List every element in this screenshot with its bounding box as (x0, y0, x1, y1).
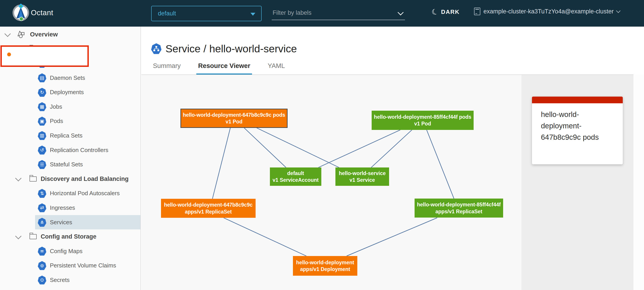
chevron-down-icon[interactable] (15, 233, 22, 239)
page-title-text: Service / hello-world-service (166, 42, 297, 55)
sidebar-item-label: Persistent Volume Claims (50, 262, 116, 269)
sidebar-item-horizontal-pod-autoscalers[interactable]: ⇅Horizontal Pod Autoscalers (35, 186, 140, 201)
minimap-card-title: hello-world-deployment-647b8c9c9c pods (532, 103, 623, 143)
sidebar-item-label: Replication Controllers (50, 147, 108, 154)
page-title: Service / hello-world-service (151, 42, 297, 55)
graph-node-deployment-hello-world[interactable]: hello-world-deploymentapps/v1 Deployment (293, 256, 357, 276)
graph-node-replicaset-647b8c9c9c[interactable]: hello-world-deployment-647b8c9c9capps/v1… (161, 199, 256, 218)
status-dot-icon (7, 52, 11, 56)
node-label-line: v1 Pod (226, 118, 242, 125)
sidebar-item-deployments[interactable]: ↻Deployments (35, 85, 140, 100)
replica-sets-icon: ▥ (38, 131, 46, 140)
cluster-context-dropdown[interactable]: example-cluster-ka3TuTzYo4a@example-clus… (474, 8, 620, 15)
sidebar-item-label: Overview (30, 31, 58, 38)
sidebar-item-pods[interactable]: ▣Pods (35, 114, 140, 128)
sidebar-item-daemon-sets[interactable]: ▤Daemon Sets (35, 71, 140, 85)
label-filter-input[interactable]: Filter by labels (272, 9, 405, 20)
node-label-line: v1 Pod (414, 120, 431, 127)
services-icon: ⋔ (38, 218, 46, 227)
deployments-icon: ↻ (38, 88, 46, 97)
node-label-line: hello-world-deployment-85ff4cf44f pods (374, 114, 471, 120)
minimap-card-header (532, 96, 623, 103)
sidebar-item-persistent-volume-claims[interactable]: ⊜Persistent Volume Claims (35, 258, 140, 273)
sidebar-item-label: Config and Storage (41, 233, 96, 240)
octant-logo-icon (12, 4, 29, 21)
node-label-line: hello-world-deployment-85ff4cf44f (417, 201, 501, 208)
cluster-icon (474, 8, 480, 15)
node-label-line: v1 Service (350, 177, 375, 183)
graph-node-pod-85ff4cf44f[interactable]: hello-world-deployment-85ff4cf44f podsv1… (372, 111, 474, 130)
namespace-selected-value: default (158, 10, 176, 17)
sidebar-item-label: Daemon Sets (50, 74, 85, 82)
jobs-icon: ▦ (38, 102, 46, 111)
replication-controllers-icon: ↺ (38, 146, 46, 154)
sidebar-item-replica-sets[interactable]: ▥Replica Sets (35, 128, 140, 143)
node-label-line: v1 ServiceAccount (272, 177, 319, 183)
horizontal-pod-autoscalers-icon: ⇅ (38, 189, 46, 198)
chevron-down-icon (616, 8, 620, 13)
tab-resource-viewer[interactable]: Resource Viewer (196, 62, 252, 75)
persistent-volume-claims-icon: ⊜ (38, 261, 46, 270)
label-filter-placeholder: Filter by labels (272, 10, 312, 16)
folder-icon (30, 176, 37, 182)
graph-node-replicaset-85ff4cf44f[interactable]: hello-world-deployment-85ff4cf44fapps/v1… (414, 198, 503, 218)
node-label-line: apps/v1 ReplicaSet (435, 208, 482, 215)
sidebar-item-services[interactable]: ⋔Services (35, 215, 140, 230)
dark-toggle-label: DARK (441, 8, 460, 16)
folder-icon (30, 234, 37, 239)
service-icon (151, 44, 162, 54)
secrets-icon: ⊙ (38, 276, 46, 284)
sidebar-item-label: Replica Sets (50, 132, 82, 139)
sidebar-item-ingresses[interactable]: ⇄Ingresses (35, 200, 140, 215)
sidebar-item-label: Horizontal Pod Autoscalers (50, 190, 120, 197)
sidebar-item-discovery-and-load-balancing[interactable]: Discovery and Load Balancing (0, 172, 140, 186)
sidebar-item-secrets[interactable]: ⊙Secrets (35, 273, 140, 287)
graph-node-pod-647b8c9c9c[interactable]: hello-world-deployment-647b8c9c9c podsv1… (180, 109, 288, 128)
sidebar-item-overview[interactable]: Overview (0, 27, 140, 42)
sidebar-item-label: Pods (50, 118, 63, 124)
sidebar-item-label: Stateful Sets (50, 161, 83, 168)
app-title: Octant (31, 8, 53, 17)
daemon-sets-icon: ▤ (38, 73, 46, 82)
input-underline (272, 20, 405, 20)
tab-yaml[interactable]: YAML (266, 62, 287, 75)
node-label-line: hello-world-deployment-647b8c9c9c (164, 202, 252, 208)
tab-summary[interactable]: Summary (151, 62, 182, 75)
sidebar-item-label: Discovery and Load Balancing (41, 176, 128, 182)
sidebar-item-label: Jobs (50, 103, 62, 110)
top-header: Octant default Filter by labels ☾ DARK e… (0, 0, 644, 26)
node-label-line: hello-world-deployment (296, 259, 354, 266)
ingresses-icon: ⇄ (38, 203, 46, 212)
config-maps-icon: ≡ (38, 246, 46, 256)
pods-icon: ▣ (38, 117, 46, 126)
sidebar-item-label: Config Maps (50, 248, 82, 255)
node-label-line: default (287, 170, 304, 177)
sidebar-item-stateful-sets[interactable]: ☰Stateful Sets (35, 157, 140, 172)
node-label-line: apps/v1 ReplicaSet (185, 208, 232, 215)
sidebar-item-jobs[interactable]: ▦Jobs (35, 100, 140, 114)
chevron-down-icon[interactable] (15, 175, 22, 181)
graph-node-serviceaccount-default[interactable]: defaultv1 ServiceAccount (270, 168, 321, 186)
sidebar-item-config-and-storage[interactable]: Config and Storage (0, 230, 140, 244)
chevron-down-icon (398, 10, 404, 16)
sidebar-item-replication-controllers[interactable]: ↺Replication Controllers (35, 143, 140, 158)
moon-icon: ☾ (430, 7, 439, 16)
sidebar-item-label: Services (50, 219, 72, 226)
chevron-down-icon[interactable] (4, 31, 11, 37)
minimap-viewport-box[interactable] (0, 46, 89, 67)
dropdown-caret-icon (250, 13, 255, 16)
dark-theme-toggle[interactable]: ☾ DARK (432, 8, 460, 16)
node-label-line: hello-world-service (339, 170, 386, 177)
node-label-line: apps/v1 Deployment (300, 266, 350, 272)
stateful-sets-icon: ☰ (38, 160, 46, 169)
namespace-select[interactable]: default (151, 6, 262, 21)
resource-tabs: SummaryResource ViewerYAML (151, 62, 287, 75)
minimap-card: hello-world-deployment-647b8c9c9c pods (532, 96, 623, 164)
graph-node-service-hello-world[interactable]: hello-world-servicev1 Service (336, 168, 389, 186)
sidebar-item-label: Deployments (50, 89, 84, 96)
sidebar-item-config-maps[interactable]: ≡Config Maps (35, 244, 140, 258)
node-label-line: hello-world-deployment-647b8c9c9c pods (183, 112, 285, 118)
sidebar-item-label: Secrets (50, 276, 70, 284)
sidebar-item-label: Ingresses (50, 204, 75, 211)
cluster-context-label: example-cluster-ka3TuTzYo4a@example-clus… (484, 8, 614, 15)
